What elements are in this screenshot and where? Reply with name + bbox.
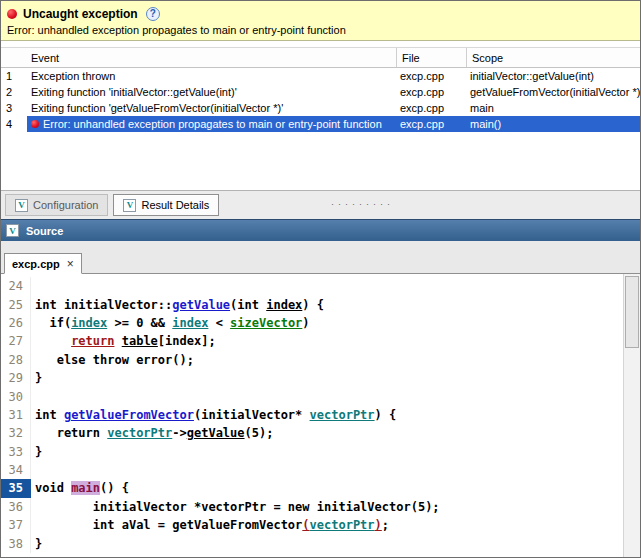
line-number: 37 <box>1 516 31 534</box>
file-cell: excp.cpp <box>396 102 466 114</box>
code-token: ) <box>302 316 309 330</box>
column-header-event[interactable]: Event <box>1 48 396 67</box>
event-cell: Error: unhandled exception propagates to… <box>27 118 396 130</box>
result-title: Uncaught exception <box>23 7 138 21</box>
polyspace-result-window: Uncaught exception ? Error: unhandled ex… <box>0 0 641 558</box>
code-token: () { <box>100 481 129 495</box>
code-token: (initialVector* <box>194 408 310 422</box>
error-severity-icon <box>7 9 17 19</box>
code-link[interactable]: ) <box>375 518 382 532</box>
code-token: void <box>35 481 71 495</box>
code-link[interactable]: getValue <box>172 298 230 312</box>
code-text: int aVal = getValueFromVector(vectorPtr)… <box>31 518 389 532</box>
vertical-scrollbar[interactable] <box>623 274 640 558</box>
code-link[interactable]: index <box>266 298 302 312</box>
events-table-header: Event File Scope <box>1 47 640 68</box>
code-text: return table[index]; <box>31 334 216 348</box>
events-table-body: 1Exception thrownexcp.cppinitialVector::… <box>1 68 640 132</box>
code-link[interactable]: vectorPtr <box>107 426 172 440</box>
code-token: return <box>35 426 107 440</box>
event-cell: Exiting function 'getValueFromVector(ini… <box>27 102 396 114</box>
result-details-icon: V <box>123 199 136 212</box>
close-tab-icon[interactable]: × <box>67 257 74 271</box>
event-row[interactable]: 2Exiting function 'initialVector::getVal… <box>1 84 640 100</box>
code-link[interactable]: getValue <box>187 426 245 440</box>
row-number: 3 <box>1 102 27 114</box>
code-line: 32 return vectorPtr->getValue(5); <box>1 424 623 442</box>
banner-title-row: Uncaught exception ? <box>7 5 634 22</box>
code-token: -> <box>172 426 186 440</box>
tab-result-details[interactable]: V Result Details <box>113 194 219 216</box>
line-number: 33 <box>1 443 31 461</box>
code-text: int initialVector::getValue(int index) { <box>31 298 324 312</box>
configuration-icon: V <box>15 199 28 212</box>
result-description: Error: unhandled exception propagates to… <box>7 24 634 36</box>
code-link[interactable]: getValueFromVector <box>64 408 194 422</box>
code-token: if( <box>35 316 71 330</box>
file-tab-label: excp.cpp <box>12 258 60 270</box>
help-icon[interactable]: ? <box>146 7 160 21</box>
tab-configuration[interactable]: V Configuration <box>5 194 108 216</box>
code-token: int aVal = getValueFromVector <box>35 518 302 532</box>
code-text: } <box>31 445 42 459</box>
code-text: int getValueFromVector(initialVector* ve… <box>31 408 396 422</box>
code-token: } <box>35 445 42 459</box>
line-number: 25 <box>1 295 31 313</box>
code-link[interactable]: index <box>172 316 208 330</box>
code-text: } <box>31 371 42 385</box>
line-number: 32 <box>1 424 31 442</box>
scrollbar-thumb[interactable] <box>625 276 639 348</box>
line-number: 38 <box>1 534 31 552</box>
file-tab-excp-cpp[interactable]: excp.cpp × <box>4 253 82 274</box>
code-token: (5); <box>245 426 274 440</box>
code-text: else throw error(); <box>31 353 194 367</box>
code-line: 38} <box>1 534 623 552</box>
column-header-scope[interactable]: Scope <box>466 48 640 67</box>
scope-cell: initialVector::getValue(int) <box>466 70 640 82</box>
code-link[interactable]: vectorPtr <box>310 408 375 422</box>
code-token: < <box>208 316 230 330</box>
line-number: 27 <box>1 332 31 350</box>
row-number: 1 <box>1 70 27 82</box>
code-link[interactable]: table <box>122 334 158 348</box>
event-trace-panel: Event File Scope 1Exception thrownexcp.c… <box>1 47 640 190</box>
file-cell: excp.cpp <box>396 118 466 130</box>
event-row[interactable]: 3Exiting function 'getValueFromVector(in… <box>1 100 640 116</box>
code-link[interactable]: return <box>71 334 114 348</box>
event-row[interactable]: 4Error: unhandled exception propagates t… <box>1 116 640 132</box>
source-panel-title: Source <box>26 225 63 237</box>
event-cell: Exception thrown <box>27 70 396 82</box>
event-row[interactable]: 1Exception thrownexcp.cppinitialVector::… <box>1 68 640 84</box>
code-line: 29} <box>1 369 623 387</box>
highlighted-result-token[interactable]: main <box>71 481 100 495</box>
event-text: Exiting function 'initialVector::getValu… <box>31 86 237 98</box>
line-number: 29 <box>1 369 31 387</box>
code-line: 34 <box>1 461 623 479</box>
bottom-tab-bar: V Configuration V Result Details ·······… <box>1 190 640 219</box>
code-line: 30 <box>1 387 623 405</box>
code-editor[interactable]: 2425int initialVector::getValue(int inde… <box>1 274 640 558</box>
code-link[interactable]: vectorPtr <box>310 518 375 532</box>
line-number-active: 35 <box>1 479 31 497</box>
code-text: if(index >= 0 && index < sizeVector) <box>31 316 310 330</box>
code-link[interactable]: ( <box>302 518 309 532</box>
scope-cell: main <box>466 102 640 114</box>
event-text: Exception thrown <box>31 70 115 82</box>
code-line: 35void main() { <box>1 479 623 497</box>
code-link[interactable]: index <box>71 316 107 330</box>
line-number: 28 <box>1 351 31 369</box>
configuration-label: Configuration <box>33 199 98 211</box>
code-token: int initialVector:: <box>35 298 172 312</box>
code-token: ) { <box>302 298 324 312</box>
code-token: >= 0 && <box>107 316 172 330</box>
code-token <box>114 334 121 348</box>
line-number: 26 <box>1 314 31 332</box>
code-token: (int <box>230 298 266 312</box>
splitter-handle[interactable]: ········· <box>331 199 394 209</box>
code-line: 31int getValueFromVector(initialVector* … <box>1 406 623 424</box>
code-token: } <box>35 537 42 551</box>
code-line: 26 if(index >= 0 && index < sizeVector) <box>1 314 623 332</box>
code-link[interactable]: sizeVector <box>230 316 302 330</box>
code-line: 25int initialVector::getValue(int index)… <box>1 295 623 313</box>
column-header-file[interactable]: File <box>396 48 466 67</box>
